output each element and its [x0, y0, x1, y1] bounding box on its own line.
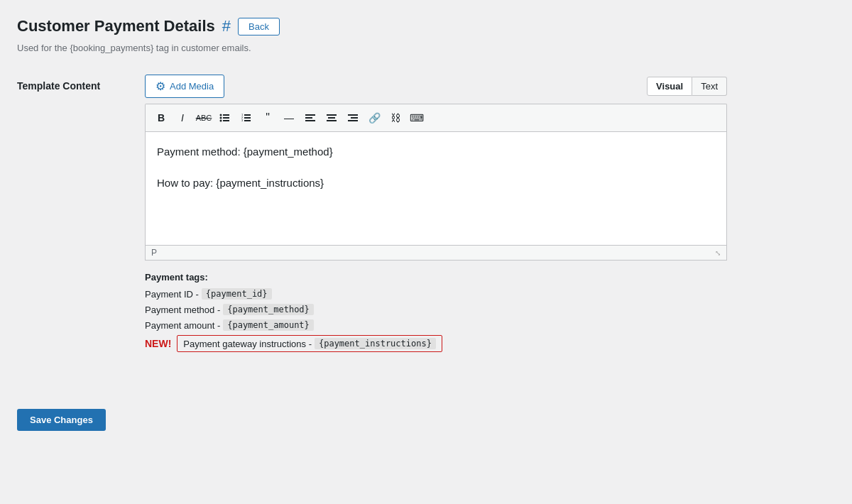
toolbar-align-right[interactable]: [343, 109, 363, 127]
svg-rect-12: [305, 114, 315, 116]
tab-text[interactable]: Text: [692, 77, 727, 96]
tab-visual[interactable]: Visual: [647, 77, 692, 96]
payment-tags-title: Payment tags:: [145, 272, 727, 283]
toolbar-horizontal-rule[interactable]: —: [279, 109, 299, 127]
svg-rect-8: [244, 120, 251, 121]
svg-rect-14: [305, 120, 315, 121]
editor-line-1: Payment method: {payment_method}: [157, 143, 715, 160]
svg-rect-13: [305, 117, 312, 119]
template-content-label: Template Content: [17, 75, 131, 92]
svg-rect-0: [223, 114, 229, 116]
svg-rect-17: [327, 120, 337, 121]
toolbar-ordered-list[interactable]: 123: [236, 109, 256, 127]
toolbar-blockquote[interactable]: ": [258, 109, 278, 127]
svg-text:3: 3: [241, 119, 244, 122]
hash-link[interactable]: #: [222, 17, 231, 35]
add-media-label: Add Media: [170, 81, 214, 92]
toolbar-italic[interactable]: I: [173, 109, 192, 127]
save-changes-button[interactable]: Save Changes: [17, 409, 106, 431]
list-item: Payment ID - {payment_id}: [145, 288, 727, 300]
toolbar-align-left[interactable]: [300, 109, 320, 127]
svg-rect-20: [348, 120, 358, 121]
toolbar-strikethrough[interactable]: ABC: [194, 109, 214, 127]
tag-label-1: Payment ID -: [145, 289, 199, 300]
toolbar-bold[interactable]: B: [151, 109, 171, 127]
svg-rect-7: [244, 117, 251, 119]
editor-container: ⚙ Add Media Visual Text B I ABC 123: [145, 75, 727, 352]
svg-rect-2: [223, 120, 229, 121]
list-item: Payment amount - {payment_amount}: [145, 319, 727, 331]
svg-rect-16: [328, 117, 335, 119]
list-item: Payment method - {payment_method}: [145, 304, 727, 315]
editor-line-2: How to pay: {payment_instructions}: [157, 175, 715, 192]
editor-current-tag: P: [151, 248, 157, 258]
editor-statusbar: P ⤡: [145, 245, 727, 261]
form-row: Template Content ⚙ Add Media Visual Text…: [17, 75, 835, 352]
svg-rect-1: [223, 117, 229, 119]
editor-body[interactable]: Payment method: {payment_method} How to …: [145, 131, 727, 245]
new-tag-content: Payment gateway instructions - {payment_…: [177, 335, 442, 352]
add-media-button[interactable]: ⚙ Add Media: [145, 75, 224, 98]
tag-label-3: Payment amount -: [145, 320, 220, 331]
page-header: Customer Payment Details # Back: [17, 17, 835, 35]
svg-point-5: [220, 120, 222, 122]
new-tag-code: {payment_instructions}: [315, 338, 436, 349]
tag-label-2: Payment method -: [145, 305, 220, 315]
view-tabs: Visual Text: [647, 77, 727, 96]
editor-top-bar: ⚙ Add Media Visual Text: [145, 75, 727, 98]
new-label: NEW!: [145, 338, 171, 349]
toolbar-unlink[interactable]: ⛓: [386, 109, 405, 127]
resize-handle[interactable]: ⤡: [715, 249, 721, 257]
svg-rect-6: [244, 114, 251, 116]
svg-rect-19: [351, 117, 358, 119]
toolbar-keyboard[interactable]: ⌨: [407, 109, 427, 127]
svg-point-4: [220, 117, 222, 119]
svg-rect-18: [348, 114, 358, 116]
add-media-icon: ⚙: [155, 80, 165, 93]
toolbar-align-center[interactable]: [322, 109, 342, 127]
svg-point-3: [220, 114, 222, 116]
new-tag-row: NEW! Payment gateway instructions - {pay…: [145, 335, 727, 352]
tag-code-1: {payment_id}: [202, 288, 272, 300]
editor-toolbar: B I ABC 123 " —: [145, 104, 727, 131]
tag-code-3: {payment_amount}: [223, 319, 314, 331]
page-wrapper: Customer Payment Details # Back Used for…: [0, 0, 852, 504]
toolbar-link[interactable]: 🔗: [364, 109, 384, 127]
page-title: Customer Payment Details: [17, 17, 215, 35]
back-button[interactable]: Back: [238, 18, 280, 35]
toolbar-unordered-list[interactable]: [215, 109, 235, 127]
page-description: Used for the {booking_payments} tag in c…: [17, 43, 835, 53]
svg-rect-15: [327, 114, 337, 116]
tag-code-2: {payment_method}: [223, 304, 314, 315]
payment-tags-section: Payment tags: Payment ID - {payment_id} …: [145, 272, 727, 352]
new-tag-label: Payment gateway instructions -: [183, 339, 312, 349]
